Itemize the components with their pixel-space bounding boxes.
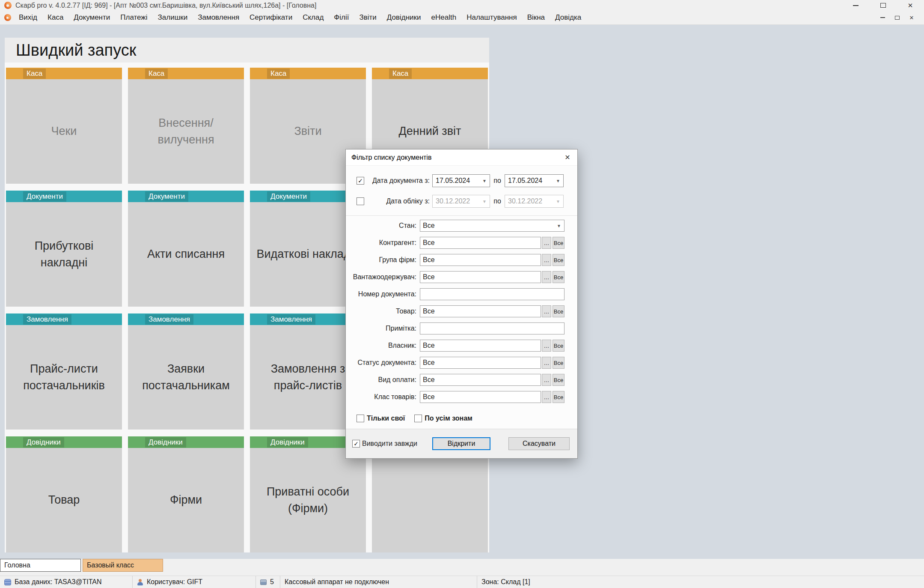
tile-category-label: Замовлення (267, 314, 315, 325)
tile-category-label: Каса (389, 69, 412, 79)
tilky-svoi-checkbox[interactable] (357, 415, 364, 422)
prymitka-field[interactable] (420, 322, 565, 334)
tile-prais-lysty-postachalnykiv[interactable]: Замовлення Прайс-листи постачальників (6, 313, 122, 430)
status-zone-segment: Зона: Склад [1] (477, 576, 924, 588)
date-value: 17.05.2024 (436, 177, 470, 185)
field-value: Все (420, 256, 435, 264)
menu-item-sertyfikaty[interactable]: Сертифікати (244, 13, 297, 22)
vantazhoderzhuvach-more-button[interactable]: … (542, 271, 551, 283)
menu-item-zvity[interactable]: Звіти (354, 13, 381, 22)
klas-tovariv-all-button[interactable]: Все (553, 391, 565, 403)
maximize-icon (880, 3, 886, 8)
tile-akty-spysannia[interactable]: Документи Акти списання (128, 191, 244, 307)
maximize-button[interactable] (869, 0, 897, 11)
menu-item-vykhid[interactable]: Вихід (14, 13, 42, 22)
grupa-firm-more-button[interactable]: … (542, 254, 551, 266)
window-title: Скарб pro v. 4.0.2.77 [ІД: 969] - [Апт №… (15, 2, 316, 9)
cancel-button[interactable]: Скасувати (508, 437, 570, 450)
tab-bazovyi-klass[interactable]: Базовый класс (83, 559, 163, 572)
status-dokumenta-more-button[interactable]: … (542, 357, 551, 369)
stan-combo[interactable]: Все ▼ (420, 220, 565, 232)
vantazhoderzhuvach-field[interactable]: Все (420, 271, 541, 283)
dialog-close-button[interactable]: ✕ (558, 149, 577, 165)
close-icon: ✕ (908, 2, 913, 9)
date-to-label: по (490, 177, 505, 185)
status-dokumenta-all-button[interactable]: Все (553, 357, 565, 369)
menu-item-sklad[interactable]: Склад (297, 13, 329, 22)
tab-holovna[interactable]: Головна (0, 559, 81, 572)
menu-item-dovidka[interactable]: Довідка (550, 13, 586, 22)
menu-item-dovidnyky[interactable]: Довідники (382, 13, 426, 22)
tile-prybutkovi-nakladni[interactable]: Документи Прибуткові накладні (6, 191, 122, 307)
menu-item-dokumenty[interactable]: Документи (68, 13, 115, 22)
menu-item-zamovlennia[interactable]: Замовлення (193, 13, 244, 22)
document-date-to-picker[interactable]: 17.05.2024 ▼ (505, 174, 564, 187)
menu-item-nalashtuvannia[interactable]: Налаштування (461, 13, 522, 22)
vlasnyk-field[interactable]: Все (420, 340, 541, 352)
status-zone: Зона: Склад [1] (481, 578, 530, 586)
tovar-all-button[interactable]: Все (553, 305, 565, 317)
tile-tovar[interactable]: Довідники Товар (6, 436, 122, 552)
minimize-button[interactable] (842, 0, 869, 11)
document-date-checkbox[interactable]: ✓ (357, 177, 364, 185)
mdi-close-button[interactable]: ✕ (905, 12, 918, 23)
dialog-title-bar: Фільтр списку документів ✕ (346, 149, 577, 166)
menu-item-zalyshky[interactable]: Залишки (153, 13, 193, 22)
dialog-options-row: Тільки свої По усім зонам (357, 414, 577, 423)
field-value: Все (420, 393, 435, 401)
vlasnyk-more-button[interactable]: … (542, 340, 551, 352)
accounting-date-row: Дата обліку з: 30.12.2022 ▼ по 30.12.202… (357, 195, 577, 208)
tile-category-header: Каса (128, 68, 244, 79)
tile-label: Фірми (128, 448, 244, 552)
tile-firmy[interactable]: Довідники Фірми (128, 436, 244, 552)
menu-item-filii[interactable]: Філії (329, 13, 354, 22)
menu-item-ehealth[interactable]: eHealth (426, 13, 462, 22)
field-label: Вантажоодержувач: (346, 273, 420, 281)
vlasnyk-all-button[interactable]: Все (553, 340, 565, 352)
field-value: Все (420, 273, 435, 281)
vyvodyty-zavzhdy-checkbox[interactable]: ✓ (352, 440, 360, 448)
field-row-nomer-dokumenta: Номер документа: (346, 288, 565, 300)
tile-vnesennia-vyluchennia[interactable]: Каса Внесення/вилучення (128, 68, 244, 184)
kontragent-more-button[interactable]: … (542, 237, 551, 249)
menu-item-kasa[interactable]: Каса (42, 13, 68, 22)
tovar-field[interactable]: Все (420, 305, 541, 317)
vyd-oplaty-field[interactable]: Все (420, 374, 541, 386)
klas-tovariv-field[interactable]: Все (420, 391, 541, 403)
tile-label: Внесення/вилучення (128, 79, 244, 184)
tile-label: Заявки постачальникам (128, 325, 244, 430)
database-icon (4, 579, 11, 585)
dialog-title: Фільтр списку документів (346, 154, 431, 161)
grupa-firm-field[interactable]: Все (420, 254, 541, 266)
accounting-date-checkbox[interactable] (357, 197, 364, 205)
tile-cheky[interactable]: Каса Чеки (6, 68, 122, 184)
vyd-oplaty-all-button[interactable]: Все (553, 374, 565, 386)
field-label: Клас товарів: (346, 393, 420, 401)
bottom-block: Головна Базовый класс База даних: TASA3@… (0, 559, 924, 588)
vantazhoderzhuvach-all-button[interactable]: Все (553, 271, 565, 283)
document-date-from-picker[interactable]: 17.05.2024 ▼ (432, 174, 490, 187)
field-label: Вид оплати: (346, 376, 420, 384)
klas-tovariv-more-button[interactable]: … (542, 391, 551, 403)
mdi-restore-button[interactable] (891, 12, 903, 23)
po-usim-zonam-label: По усім зонам (425, 415, 472, 422)
menu-item-vikna[interactable]: Вікна (522, 13, 550, 22)
nomer-dokumenta-field[interactable] (420, 288, 565, 300)
open-button[interactable]: Відкрити (432, 437, 490, 450)
kontragent-all-button[interactable]: Все (553, 237, 565, 249)
tovar-more-button[interactable]: … (542, 305, 551, 317)
mdi-minimize-button[interactable] (876, 12, 889, 23)
tile-zaiavky-postachalnykam[interactable]: Замовлення Заявки постачальникам (128, 313, 244, 430)
close-button[interactable]: ✕ (897, 0, 924, 11)
vyd-oplaty-more-button[interactable]: … (542, 374, 551, 386)
title-bar: Скарб pro v. 4.0.2.77 [ІД: 969] - [Апт №… (0, 0, 924, 11)
field-row-vantazhoderzhuvach: Вантажоодержувач: Все … Все (346, 271, 565, 283)
tile-category-label: Каса (267, 69, 290, 79)
kontragent-field[interactable]: Все (420, 237, 541, 249)
grupa-firm-all-button[interactable]: Все (553, 254, 565, 266)
menu-item-platezhi[interactable]: Платежі (115, 13, 152, 22)
status-dokumenta-field[interactable]: Все (420, 357, 541, 369)
po-usim-zonam-checkbox[interactable] (414, 415, 422, 422)
field-row-vlasnyk: Власник: Все … Все (346, 340, 565, 352)
chevron-down-icon: ▼ (556, 199, 560, 204)
